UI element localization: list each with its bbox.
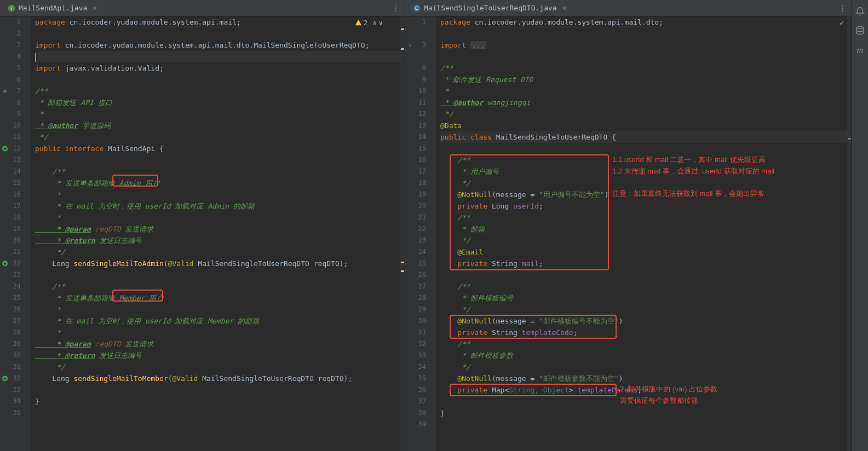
generic-args: String, Object — [509, 386, 569, 394]
keyword-package: package — [35, 18, 70, 26]
line-number: 27 — [405, 281, 426, 292]
import-statement: cn.iocoder.yudao.module.system.api.mail.… — [65, 41, 370, 49]
left-gutter: 1234567≡89101112131415161718192021222324… — [0, 16, 31, 451]
line-number: 9 — [0, 108, 21, 120]
line-number: 33 — [405, 350, 426, 361]
line-number: 31 — [405, 327, 426, 338]
line-number: 21 — [405, 212, 426, 223]
field-name: userId — [513, 202, 539, 210]
line-number: 8 — [0, 97, 21, 108]
left-tab-bar: I MailSendApi.java × ⋮ — [0, 0, 405, 16]
doc-comment: * — [35, 213, 61, 222]
annotation-notnull: @NotNull — [440, 190, 492, 199]
doc-comment: */ — [440, 236, 470, 245]
warning-marker[interactable] — [401, 262, 404, 263]
chevron-down-icon[interactable]: ∨ — [378, 19, 383, 27]
problems-badge[interactable]: 2 ∧ ∨ — [355, 19, 383, 27]
keyword-private: private — [440, 328, 492, 337]
close-icon[interactable]: × — [93, 4, 97, 12]
line-number: 17 — [405, 166, 426, 177]
line-number: 35 — [405, 373, 426, 384]
database-icon[interactable] — [855, 26, 865, 35]
check-ok-icon[interactable]: ✔ — [840, 19, 844, 27]
param-type: MailSendSingleToUserReqDTO — [198, 259, 313, 268]
field-type: String — [492, 328, 522, 337]
implemented-icon[interactable] — [1, 260, 8, 267]
doc-comment: /** — [35, 87, 48, 95]
doc-comment: /** — [440, 156, 470, 164]
keyword-import: import — [440, 41, 470, 49]
doc-param-desc: 发送请求 — [121, 225, 154, 233]
line-number: 21 — [0, 246, 21, 258]
implemented-icon[interactable] — [1, 145, 8, 152]
keyword-import: import — [35, 64, 65, 72]
line-number: 30 — [405, 315, 426, 327]
interface-icon: I — [8, 4, 15, 12]
method-name: sendSingleMailToMember — [73, 374, 168, 383]
fold-icon[interactable]: › — [406, 42, 413, 49]
keyword-class: public class — [440, 133, 496, 141]
line-number: 34 — [405, 361, 426, 373]
keyword-import: import — [35, 41, 65, 49]
line-number: 18 — [405, 177, 426, 189]
warning-marker[interactable] — [401, 28, 404, 30]
annotation-text-2: 2. 邮件模版中的 {var} 占位参数 需要保证每个参数都传递 — [620, 384, 717, 407]
right-scrollbar-index[interactable] — [847, 16, 852, 451]
right-editor[interactable]: 13›8910111213141516171819202122232425262… — [405, 16, 852, 451]
line-number: 2 — [0, 28, 21, 39]
left-editor[interactable]: 1234567≡89101112131415161718192021222324… — [0, 16, 405, 451]
line-number: 16 — [0, 189, 21, 200]
brace: } — [440, 409, 445, 417]
doc-param-name: reqDTO — [91, 340, 121, 348]
more-icon[interactable]: ⋮ — [839, 4, 846, 12]
structure-icon[interactable]: ≡ — [1, 88, 8, 95]
implemented-icon[interactable] — [1, 375, 8, 382]
line-number: 4 — [0, 51, 21, 62]
doc-author: wangjingqi — [483, 99, 530, 107]
import-fold[interactable]: ... — [470, 41, 486, 49]
doc-highlight-member: Member 用户 — [119, 294, 164, 302]
text-cursor — [35, 53, 36, 62]
caret-marker[interactable] — [848, 138, 851, 140]
notifications-icon[interactable] — [855, 7, 865, 16]
return-type: Long — [35, 374, 73, 383]
chevron-up-icon[interactable]: ∧ — [372, 19, 377, 27]
doc-comment: * — [35, 190, 61, 199]
line-number: 26 — [0, 304, 21, 315]
doc-comment: /** — [35, 282, 65, 291]
doc-comment: */ — [440, 179, 470, 187]
keyword-interface: public interface — [35, 144, 108, 153]
line-number: 23 — [405, 235, 426, 246]
doc-comment: */ — [35, 363, 65, 371]
tab-name: MailSendSingleToUserReqDTO.java — [424, 4, 557, 12]
svg-point-7 — [856, 26, 864, 28]
brace: { — [612, 133, 616, 141]
line-number: 20 — [405, 200, 426, 212]
line-number: 15 — [0, 177, 21, 189]
import-class: Valid — [138, 64, 159, 72]
line-number: 12 — [0, 143, 21, 154]
class-icon: C — [413, 4, 421, 12]
warning-marker[interactable] — [401, 270, 404, 272]
annotation-notnull: @NotNull — [440, 317, 492, 325]
maven-m-icon[interactable]: m — [856, 45, 863, 56]
line-number: 6 — [0, 74, 21, 85]
tab-mailsendapi[interactable]: I MailSendApi.java × — [3, 2, 101, 14]
warning-icon — [355, 19, 362, 26]
line-number: 31 — [0, 361, 21, 373]
left-code[interactable]: 2 ∧ ∨ package cn.iocoder.yudao.module.sy… — [31, 16, 405, 451]
line-number: 7≡ — [0, 85, 21, 97]
close-icon[interactable]: × — [562, 4, 567, 12]
left-scrollbar-index[interactable] — [400, 16, 405, 451]
right-code[interactable]: ✔ package cn.iocoder.yudao.module.system… — [436, 16, 852, 451]
caret-marker[interactable] — [401, 48, 404, 50]
more-icon[interactable]: ⋮ — [392, 4, 399, 12]
line-number: 3› — [405, 39, 426, 51]
tab-actions: ⋮ — [839, 4, 848, 12]
line-number: 16 — [405, 154, 426, 166]
param-name: reqDTO — [314, 259, 340, 268]
line-number: 1 — [405, 16, 426, 28]
tab-mailsendsingletouserreqdto[interactable]: C MailSendSingleToUserReqDTO.java × — [409, 2, 571, 14]
line-number: 37 — [405, 396, 426, 407]
right-tab-bar: C MailSendSingleToUserReqDTO.java × ⋮ — [405, 0, 852, 16]
